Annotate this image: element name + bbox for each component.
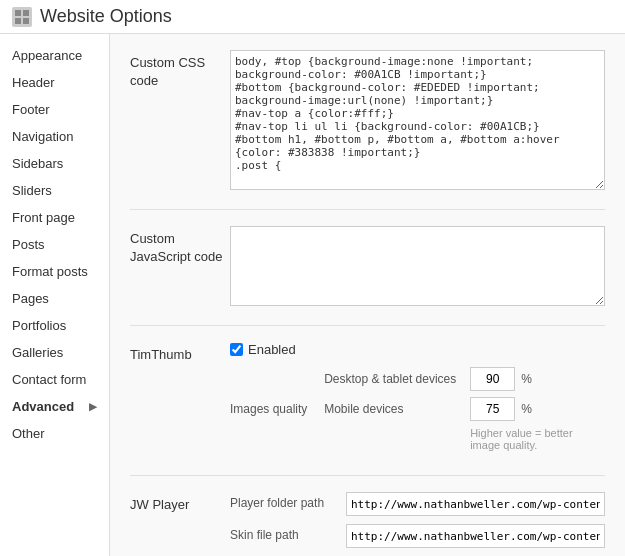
jw-skin-label: Skin file path: [230, 524, 340, 542]
custom-css-section: Custom CSS code: [130, 50, 605, 210]
sidebar-item-advanced[interactable]: Advanced▶: [0, 393, 109, 420]
sidebar: AppearanceHeaderFooterNavigationSidebars…: [0, 34, 110, 556]
desktop-quality-unit: %: [521, 372, 532, 386]
jw-skin-input[interactable]: [346, 524, 605, 548]
sidebar-item-label: Front page: [12, 210, 75, 225]
mobile-quality-input[interactable]: [470, 397, 515, 421]
jw-folder-row: Player folder path: [230, 492, 605, 516]
sidebar-item-front-page[interactable]: Front page: [0, 204, 109, 231]
desktop-quality-input[interactable]: [470, 367, 515, 391]
page-wrapper: Website Options AppearanceHeaderFooterNa…: [0, 0, 625, 556]
jw-player-section: JW Player Player folder path Skin file p…: [130, 492, 605, 556]
sidebar-item-label: Other: [12, 426, 45, 441]
sidebar-item-label: Navigation: [12, 129, 73, 144]
sidebar-item-format-posts[interactable]: Format posts: [0, 258, 109, 285]
sidebar-item-label: Appearance: [12, 48, 82, 63]
timthumb-content: Enabled Images quality Desktop & tablet …: [230, 342, 605, 459]
timthumb-label: TimThumb: [130, 342, 230, 459]
custom-css-textarea[interactable]: [230, 50, 605, 190]
sidebar-item-label: Footer: [12, 102, 50, 117]
svg-rect-2: [15, 18, 21, 24]
mobile-quality-row: Mobile devices %: [324, 397, 605, 421]
svg-rect-1: [23, 10, 29, 16]
main-layout: AppearanceHeaderFooterNavigationSidebars…: [0, 34, 625, 556]
custom-js-section: Custom JavaScript code: [130, 226, 605, 326]
sidebar-item-label: Contact form: [12, 372, 86, 387]
svg-rect-3: [23, 18, 29, 24]
sidebar-item-navigation[interactable]: Navigation: [0, 123, 109, 150]
images-quality-label: Images quality: [230, 402, 318, 416]
sidebar-item-label: Advanced: [12, 399, 74, 414]
desktop-label: Desktop & tablet devices: [324, 372, 464, 386]
sidebar-item-other[interactable]: Other: [0, 420, 109, 447]
custom-js-textarea[interactable]: [230, 226, 605, 306]
sidebar-item-label: Posts: [12, 237, 45, 252]
custom-css-content: [230, 50, 605, 193]
jw-player-content: Player folder path Skin file path Skin c…: [230, 492, 605, 556]
timthumb-section: TimThumb Enabled Images quality Desktop …: [130, 342, 605, 476]
timthumb-checkbox[interactable]: [230, 343, 243, 356]
sidebar-item-appearance[interactable]: Appearance: [0, 42, 109, 69]
images-quality-header: Images quality Desktop & tablet devices …: [230, 367, 605, 451]
sidebar-item-label: Pages: [12, 291, 49, 306]
sidebar-item-sidebars[interactable]: Sidebars: [0, 150, 109, 177]
sidebar-item-portfolios[interactable]: Portfolios: [0, 312, 109, 339]
sidebar-item-label: Format posts: [12, 264, 88, 279]
sidebar-item-contact-form[interactable]: Contact form: [0, 366, 109, 393]
custom-css-label: Custom CSS code: [130, 50, 230, 193]
sidebar-item-label: Header: [12, 75, 55, 90]
sidebar-item-label: Galleries: [12, 345, 63, 360]
sidebar-item-label: Sliders: [12, 183, 52, 198]
jw-player-label: JW Player: [130, 492, 230, 556]
quality-rows: Desktop & tablet devices % Mobile device…: [324, 367, 605, 451]
desktop-quality-row: Desktop & tablet devices %: [324, 367, 605, 391]
custom-js-content: [230, 226, 605, 309]
sidebar-item-posts[interactable]: Posts: [0, 231, 109, 258]
sidebar-item-sliders[interactable]: Sliders: [0, 177, 109, 204]
options-icon: [12, 7, 32, 27]
timthumb-enabled-label: Enabled: [248, 342, 296, 357]
sidebar-item-label: Sidebars: [12, 156, 63, 171]
content-area: Custom CSS code Custom JavaScript code T…: [110, 34, 625, 556]
quality-hint: Higher value = better image quality.: [470, 427, 605, 451]
mobile-label: Mobile devices: [324, 402, 464, 416]
page-title: Website Options: [40, 6, 172, 27]
sidebar-item-pages[interactable]: Pages: [0, 285, 109, 312]
jw-skin-row: Skin file path: [230, 524, 605, 548]
sidebar-item-header[interactable]: Header: [0, 69, 109, 96]
sidebar-item-footer[interactable]: Footer: [0, 96, 109, 123]
jw-folder-input[interactable]: [346, 492, 605, 516]
custom-js-label: Custom JavaScript code: [130, 226, 230, 309]
mobile-quality-unit: %: [521, 402, 532, 416]
sidebar-item-label: Portfolios: [12, 318, 66, 333]
timthumb-enabled-row: Enabled: [230, 342, 605, 357]
jw-folder-label: Player folder path: [230, 492, 340, 510]
page-header: Website Options: [0, 0, 625, 34]
sidebar-item-galleries[interactable]: Galleries: [0, 339, 109, 366]
chevron-right-icon: ▶: [89, 401, 97, 412]
svg-rect-0: [15, 10, 21, 16]
